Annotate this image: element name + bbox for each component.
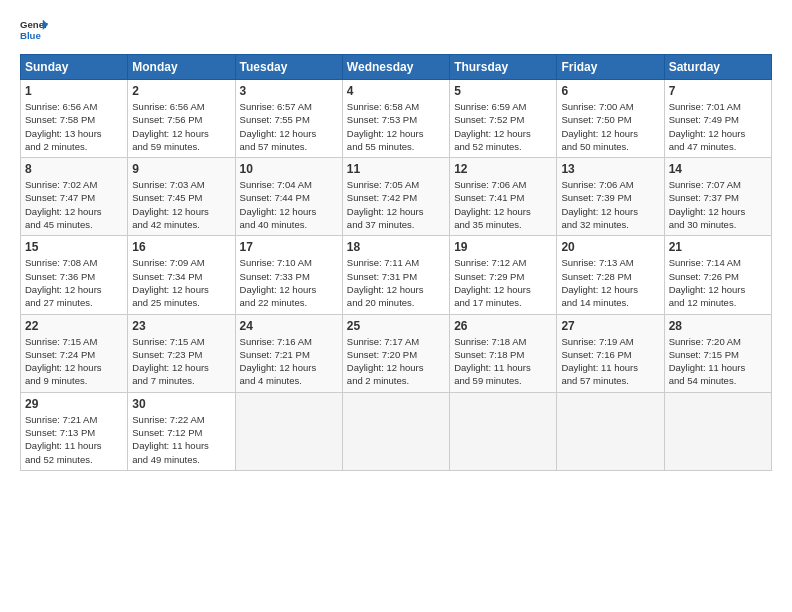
day-info: Sunrise: 7:13 AM Sunset: 7:28 PM Dayligh… <box>561 256 659 309</box>
day-number: 21 <box>669 240 767 254</box>
day-number: 12 <box>454 162 552 176</box>
day-info: Sunrise: 7:20 AM Sunset: 7:15 PM Dayligh… <box>669 335 767 388</box>
day-info: Sunrise: 7:16 AM Sunset: 7:21 PM Dayligh… <box>240 335 338 388</box>
day-info: Sunrise: 6:56 AM Sunset: 7:56 PM Dayligh… <box>132 100 230 153</box>
calendar-day-cell: 8Sunrise: 7:02 AM Sunset: 7:47 PM Daylig… <box>21 158 128 236</box>
day-info: Sunrise: 7:18 AM Sunset: 7:18 PM Dayligh… <box>454 335 552 388</box>
calendar-day-cell: 14Sunrise: 7:07 AM Sunset: 7:37 PM Dayli… <box>664 158 771 236</box>
day-info: Sunrise: 7:12 AM Sunset: 7:29 PM Dayligh… <box>454 256 552 309</box>
calendar-day-cell: 6Sunrise: 7:00 AM Sunset: 7:50 PM Daylig… <box>557 80 664 158</box>
weekday-header: Wednesday <box>342 55 449 80</box>
day-info: Sunrise: 7:21 AM Sunset: 7:13 PM Dayligh… <box>25 413 123 466</box>
calendar-header-row: SundayMondayTuesdayWednesdayThursdayFrid… <box>21 55 772 80</box>
day-number: 4 <box>347 84 445 98</box>
day-number: 20 <box>561 240 659 254</box>
calendar-day-cell: 2Sunrise: 6:56 AM Sunset: 7:56 PM Daylig… <box>128 80 235 158</box>
calendar-day-cell <box>342 392 449 470</box>
calendar-day-cell: 29Sunrise: 7:21 AM Sunset: 7:13 PM Dayli… <box>21 392 128 470</box>
svg-text:Blue: Blue <box>20 30 41 41</box>
calendar-day-cell: 27Sunrise: 7:19 AM Sunset: 7:16 PM Dayli… <box>557 314 664 392</box>
day-number: 23 <box>132 319 230 333</box>
calendar-day-cell: 16Sunrise: 7:09 AM Sunset: 7:34 PM Dayli… <box>128 236 235 314</box>
calendar-body: 1Sunrise: 6:56 AM Sunset: 7:58 PM Daylig… <box>21 80 772 471</box>
day-number: 19 <box>454 240 552 254</box>
day-info: Sunrise: 7:06 AM Sunset: 7:41 PM Dayligh… <box>454 178 552 231</box>
calendar-day-cell: 10Sunrise: 7:04 AM Sunset: 7:44 PM Dayli… <box>235 158 342 236</box>
logo: General Blue <box>20 16 48 44</box>
calendar-day-cell: 21Sunrise: 7:14 AM Sunset: 7:26 PM Dayli… <box>664 236 771 314</box>
calendar-week-row: 22Sunrise: 7:15 AM Sunset: 7:24 PM Dayli… <box>21 314 772 392</box>
calendar-day-cell: 20Sunrise: 7:13 AM Sunset: 7:28 PM Dayli… <box>557 236 664 314</box>
day-info: Sunrise: 7:00 AM Sunset: 7:50 PM Dayligh… <box>561 100 659 153</box>
calendar-day-cell: 5Sunrise: 6:59 AM Sunset: 7:52 PM Daylig… <box>450 80 557 158</box>
calendar-day-cell: 12Sunrise: 7:06 AM Sunset: 7:41 PM Dayli… <box>450 158 557 236</box>
calendar-day-cell: 17Sunrise: 7:10 AM Sunset: 7:33 PM Dayli… <box>235 236 342 314</box>
page-header: General Blue <box>20 16 772 44</box>
calendar-day-cell <box>235 392 342 470</box>
calendar-day-cell: 15Sunrise: 7:08 AM Sunset: 7:36 PM Dayli… <box>21 236 128 314</box>
weekday-header: Tuesday <box>235 55 342 80</box>
calendar-week-row: 8Sunrise: 7:02 AM Sunset: 7:47 PM Daylig… <box>21 158 772 236</box>
calendar-day-cell: 11Sunrise: 7:05 AM Sunset: 7:42 PM Dayli… <box>342 158 449 236</box>
calendar-day-cell: 30Sunrise: 7:22 AM Sunset: 7:12 PM Dayli… <box>128 392 235 470</box>
day-info: Sunrise: 7:03 AM Sunset: 7:45 PM Dayligh… <box>132 178 230 231</box>
day-info: Sunrise: 7:17 AM Sunset: 7:20 PM Dayligh… <box>347 335 445 388</box>
day-number: 3 <box>240 84 338 98</box>
day-info: Sunrise: 7:04 AM Sunset: 7:44 PM Dayligh… <box>240 178 338 231</box>
calendar-day-cell: 19Sunrise: 7:12 AM Sunset: 7:29 PM Dayli… <box>450 236 557 314</box>
day-info: Sunrise: 7:02 AM Sunset: 7:47 PM Dayligh… <box>25 178 123 231</box>
weekday-header: Friday <box>557 55 664 80</box>
calendar-day-cell: 13Sunrise: 7:06 AM Sunset: 7:39 PM Dayli… <box>557 158 664 236</box>
day-number: 26 <box>454 319 552 333</box>
calendar-week-row: 1Sunrise: 6:56 AM Sunset: 7:58 PM Daylig… <box>21 80 772 158</box>
day-number: 7 <box>669 84 767 98</box>
day-info: Sunrise: 7:22 AM Sunset: 7:12 PM Dayligh… <box>132 413 230 466</box>
day-number: 14 <box>669 162 767 176</box>
calendar-week-row: 29Sunrise: 7:21 AM Sunset: 7:13 PM Dayli… <box>21 392 772 470</box>
weekday-header: Thursday <box>450 55 557 80</box>
calendar-day-cell: 25Sunrise: 7:17 AM Sunset: 7:20 PM Dayli… <box>342 314 449 392</box>
day-info: Sunrise: 7:15 AM Sunset: 7:24 PM Dayligh… <box>25 335 123 388</box>
day-number: 8 <box>25 162 123 176</box>
day-number: 18 <box>347 240 445 254</box>
calendar-week-row: 15Sunrise: 7:08 AM Sunset: 7:36 PM Dayli… <box>21 236 772 314</box>
calendar-day-cell: 26Sunrise: 7:18 AM Sunset: 7:18 PM Dayli… <box>450 314 557 392</box>
calendar-day-cell: 28Sunrise: 7:20 AM Sunset: 7:15 PM Dayli… <box>664 314 771 392</box>
day-number: 6 <box>561 84 659 98</box>
calendar-day-cell: 1Sunrise: 6:56 AM Sunset: 7:58 PM Daylig… <box>21 80 128 158</box>
day-info: Sunrise: 6:56 AM Sunset: 7:58 PM Dayligh… <box>25 100 123 153</box>
calendar-day-cell: 23Sunrise: 7:15 AM Sunset: 7:23 PM Dayli… <box>128 314 235 392</box>
day-number: 13 <box>561 162 659 176</box>
calendar-day-cell: 4Sunrise: 6:58 AM Sunset: 7:53 PM Daylig… <box>342 80 449 158</box>
day-number: 16 <box>132 240 230 254</box>
day-number: 2 <box>132 84 230 98</box>
day-number: 27 <box>561 319 659 333</box>
day-info: Sunrise: 7:08 AM Sunset: 7:36 PM Dayligh… <box>25 256 123 309</box>
day-info: Sunrise: 6:57 AM Sunset: 7:55 PM Dayligh… <box>240 100 338 153</box>
day-info: Sunrise: 7:14 AM Sunset: 7:26 PM Dayligh… <box>669 256 767 309</box>
day-info: Sunrise: 7:09 AM Sunset: 7:34 PM Dayligh… <box>132 256 230 309</box>
weekday-header: Sunday <box>21 55 128 80</box>
day-number: 28 <box>669 319 767 333</box>
calendar-day-cell <box>450 392 557 470</box>
day-info: Sunrise: 7:07 AM Sunset: 7:37 PM Dayligh… <box>669 178 767 231</box>
day-number: 17 <box>240 240 338 254</box>
day-info: Sunrise: 7:15 AM Sunset: 7:23 PM Dayligh… <box>132 335 230 388</box>
calendar-day-cell: 9Sunrise: 7:03 AM Sunset: 7:45 PM Daylig… <box>128 158 235 236</box>
calendar-day-cell <box>557 392 664 470</box>
calendar-day-cell: 7Sunrise: 7:01 AM Sunset: 7:49 PM Daylig… <box>664 80 771 158</box>
calendar-day-cell <box>664 392 771 470</box>
day-info: Sunrise: 7:19 AM Sunset: 7:16 PM Dayligh… <box>561 335 659 388</box>
day-info: Sunrise: 7:11 AM Sunset: 7:31 PM Dayligh… <box>347 256 445 309</box>
day-number: 11 <box>347 162 445 176</box>
day-number: 5 <box>454 84 552 98</box>
day-number: 25 <box>347 319 445 333</box>
calendar-day-cell: 3Sunrise: 6:57 AM Sunset: 7:55 PM Daylig… <box>235 80 342 158</box>
day-number: 24 <box>240 319 338 333</box>
day-number: 30 <box>132 397 230 411</box>
day-number: 10 <box>240 162 338 176</box>
day-info: Sunrise: 7:01 AM Sunset: 7:49 PM Dayligh… <box>669 100 767 153</box>
weekday-header: Saturday <box>664 55 771 80</box>
day-number: 29 <box>25 397 123 411</box>
calendar-day-cell: 24Sunrise: 7:16 AM Sunset: 7:21 PM Dayli… <box>235 314 342 392</box>
